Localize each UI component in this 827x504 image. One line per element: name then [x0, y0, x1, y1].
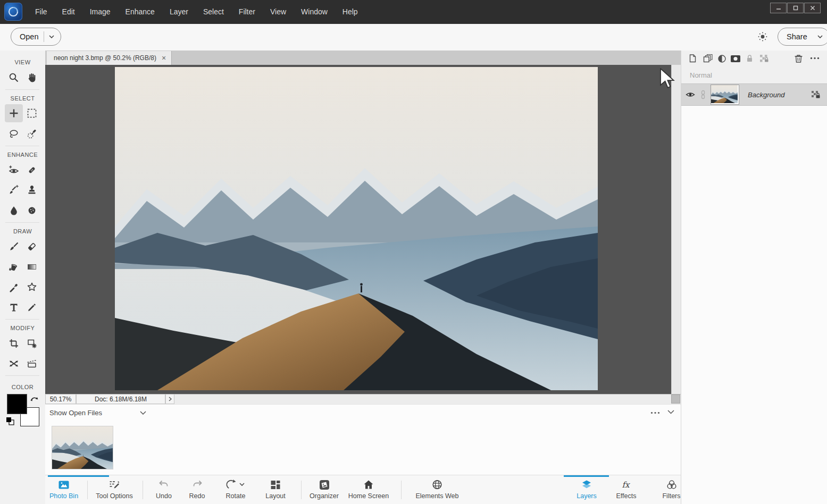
taskbar-rotate[interactable]: Rotate: [214, 475, 257, 504]
brush-tool-icon: [8, 241, 20, 253]
crop-tool-icon: [8, 338, 20, 349]
red-eye-tool-button[interactable]: [5, 161, 23, 179]
menu-filter[interactable]: Filter: [231, 0, 263, 24]
eyedropper-tool-button[interactable]: [5, 278, 23, 296]
layer-link-icon[interactable]: [700, 90, 706, 99]
taskbar-layout[interactable]: Layout: [257, 475, 294, 504]
scrollbar-corner[interactable]: [671, 394, 680, 404]
document-tab[interactable]: neon night 3.bmp @ 50.2% (RGB/8) ×: [47, 51, 172, 65]
tool-options-icon: [108, 475, 121, 491]
layer-name[interactable]: Background: [748, 91, 784, 99]
maximize-button[interactable]: [787, 3, 804, 13]
taskbar-tool-options[interactable]: Tool Options: [88, 475, 141, 504]
taskbar-redo[interactable]: Redo: [180, 475, 214, 504]
home-icon: [362, 475, 375, 491]
menu-edit[interactable]: Edit: [55, 0, 82, 24]
blend-mode-dropdown[interactable]: Normal: [690, 71, 712, 79]
layer-row-background[interactable]: Background: [681, 83, 827, 106]
taskbar-undo[interactable]: Undo: [145, 475, 182, 504]
taskbar-layers[interactable]: Layers: [565, 475, 608, 504]
share-button-label: Share: [778, 32, 813, 41]
lock-transparent-pixels-icon[interactable]: [759, 54, 770, 63]
photo-bin-thumbnail[interactable]: [52, 426, 113, 469]
open-button[interactable]: Open: [11, 28, 61, 46]
menu-image[interactable]: Image: [82, 0, 118, 24]
document-image[interactable]: [115, 67, 598, 390]
taskbar-photo-bin[interactable]: Photo Bin: [40, 475, 88, 504]
content-aware-move-tool-button[interactable]: [5, 355, 23, 373]
open-dropdown-arrow[interactable]: [44, 35, 61, 38]
zoom-tool-button[interactable]: [5, 69, 23, 87]
blur-tool-button[interactable]: [5, 201, 23, 220]
layer-locked-badge-icon[interactable]: [811, 90, 821, 99]
taskbar-home-screen[interactable]: Home Screen: [342, 475, 395, 504]
layer-thumbnail[interactable]: [711, 85, 739, 105]
type-tool-button[interactable]: [5, 298, 23, 316]
panel-more-icon[interactable]: [810, 57, 820, 60]
pencil-tool-button[interactable]: [23, 298, 41, 316]
paint-bucket-tool-icon: [8, 261, 20, 273]
quick-selection-tool-button[interactable]: [23, 125, 41, 143]
type-tool-icon: [8, 301, 20, 313]
layer-visibility-eye-icon[interactable]: [686, 91, 695, 98]
new-layer-icon[interactable]: [688, 54, 697, 63]
share-button[interactable]: Share: [778, 28, 827, 46]
swap-colors-icon[interactable]: [29, 394, 39, 403]
straighten-tool-button[interactable]: [23, 355, 41, 373]
menu-window[interactable]: Window: [294, 0, 335, 24]
foreground-color-swatch[interactable]: [7, 394, 27, 414]
show-open-files-dropdown[interactable]: Show Open Files: [49, 409, 102, 417]
redo-icon: [191, 475, 204, 491]
photo-bin-more-icon[interactable]: [650, 411, 660, 414]
shape-tool-button[interactable]: [23, 278, 41, 296]
menu-layer[interactable]: Layer: [162, 0, 196, 24]
adjustment-layer-icon[interactable]: [717, 54, 726, 63]
taskbar-elements-web[interactable]: Elements Web: [405, 475, 469, 504]
layer-mask-icon[interactable]: [730, 55, 741, 63]
menu-select[interactable]: Select: [196, 0, 231, 24]
show-open-files-chevron-icon[interactable]: [140, 411, 146, 415]
vertical-scrollbar[interactable]: [671, 65, 681, 394]
spot-healing-tool-button[interactable]: [23, 161, 41, 179]
eraser-tool-button[interactable]: [23, 238, 41, 256]
new-group-icon[interactable]: [703, 54, 713, 63]
menu-enhance[interactable]: Enhance: [118, 0, 162, 24]
sponge-tool-button[interactable]: [23, 201, 41, 220]
status-expand-arrow[interactable]: [165, 394, 174, 404]
menu-file[interactable]: File: [28, 0, 55, 24]
photoshop-elements-window: File Edit Image Enhance Layer Select Fil…: [0, 0, 827, 504]
photo-bin-collapse-icon[interactable]: [667, 410, 674, 414]
brush-tool-button[interactable]: [5, 238, 23, 256]
move-tool-button[interactable]: [5, 104, 23, 122]
globe-icon: [431, 475, 444, 491]
default-colors-icon[interactable]: [5, 416, 16, 427]
gradient-tool-button[interactable]: [23, 258, 41, 276]
taskbar-organizer[interactable]: Organizer: [302, 475, 347, 504]
paint-bucket-tool-button[interactable]: [5, 258, 23, 276]
hand-tool-button[interactable]: [23, 69, 41, 87]
tab-close-icon[interactable]: ×: [162, 54, 166, 62]
recompose-tool-button[interactable]: [23, 334, 41, 352]
taskbar-effects[interactable]: fx Effects: [606, 475, 646, 504]
organizer-icon: [318, 475, 331, 491]
share-dropdown-arrow[interactable]: [813, 35, 827, 38]
smart-brush-tool-button[interactable]: [5, 181, 23, 199]
crop-tool-button[interactable]: [5, 334, 23, 352]
menu-help[interactable]: Help: [335, 0, 365, 24]
tool-sidebar: VIEW SELECT ENHANCE: [0, 51, 45, 504]
menu-view[interactable]: View: [263, 0, 294, 24]
divider: [401, 481, 402, 499]
minimize-button[interactable]: [770, 3, 787, 13]
photo-bin-panel: Show Open Files: [45, 404, 681, 475]
ui-brightness-icon[interactable]: [757, 31, 768, 43]
lasso-tool-button[interactable]: [5, 125, 23, 143]
canvas-area[interactable]: [45, 65, 671, 394]
marquee-tool-button[interactable]: [23, 104, 41, 122]
close-button[interactable]: [804, 3, 821, 13]
clone-stamp-tool-button[interactable]: [23, 181, 41, 199]
zoom-level-field[interactable]: 50.17%: [45, 394, 76, 404]
lock-layer-icon[interactable]: [745, 54, 754, 63]
layout-icon: [269, 475, 282, 491]
delete-layer-icon[interactable]: [794, 54, 803, 63]
rotate-icon: [225, 475, 246, 491]
